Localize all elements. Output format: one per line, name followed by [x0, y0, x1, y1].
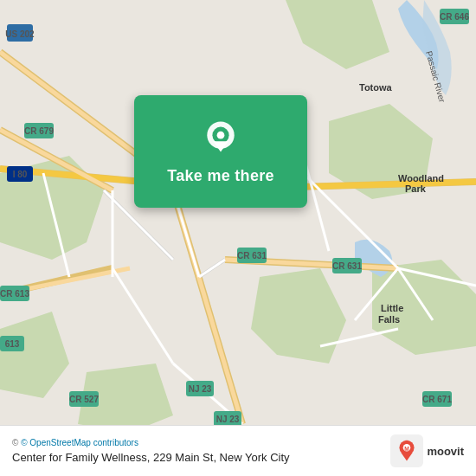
svg-text:NJ 23: NJ 23 [216, 415, 240, 424]
osm-attribution: © © OpenStreetMap contributors [12, 438, 382, 447]
osm-copyright: © [12, 438, 18, 447]
svg-point-71 [217, 131, 225, 138]
svg-text:CR 671: CR 671 [422, 395, 452, 404]
svg-line-27 [113, 268, 173, 363]
svg-text:CR 527: CR 527 [69, 395, 99, 404]
moovit-brand-icon: M [390, 434, 423, 467]
svg-text:Totowa: Totowa [359, 82, 393, 93]
svg-text:M: M [405, 446, 410, 452]
svg-text:CR 631: CR 631 [237, 251, 267, 261]
svg-text:US 202: US 202 [5, 29, 35, 39]
moovit-text: moovit [427, 445, 464, 458]
location-pin-icon [200, 119, 241, 160]
svg-text:613: 613 [5, 339, 20, 349]
svg-text:Falls: Falls [378, 314, 400, 325]
moovit-logo: M moovit [390, 434, 464, 467]
svg-text:CR 646: CR 646 [440, 12, 469, 22]
svg-marker-1 [286, 0, 389, 69]
svg-marker-5 [0, 312, 69, 398]
svg-text:CR 631: CR 631 [332, 261, 362, 271]
location-name: Center for Family Wellness, 229 Main St,… [12, 451, 382, 464]
svg-text:Little: Little [381, 303, 403, 313]
svg-text:Park: Park [405, 183, 427, 194]
osm-link[interactable]: © OpenStreetMap contributors [21, 438, 138, 447]
svg-text:NJ 23: NJ 23 [189, 384, 212, 394]
take-me-there-button[interactable]: Take me there [134, 95, 307, 208]
map-background: US 202 I 80 CR 679 S 46 CR 631 CR 631 CR… [0, 0, 476, 476]
svg-text:I 80: I 80 [13, 170, 28, 179]
map-container: US 202 I 80 CR 679 S 46 CR 631 CR 631 CR… [0, 0, 476, 476]
bottom-bar: © © OpenStreetMap contributors Center fo… [0, 425, 476, 476]
svg-text:CR 679: CR 679 [24, 126, 54, 136]
map-svg: US 202 I 80 CR 679 S 46 CR 631 CR 631 CR… [0, 0, 476, 433]
svg-line-26 [199, 260, 225, 277]
svg-marker-3 [251, 268, 346, 363]
bottom-left-info: © © OpenStreetMap contributors Center fo… [12, 438, 382, 464]
svg-text:CR 613: CR 613 [0, 289, 29, 299]
take-me-there-label: Take me there [167, 167, 274, 185]
svg-text:Woodland: Woodland [398, 173, 444, 183]
